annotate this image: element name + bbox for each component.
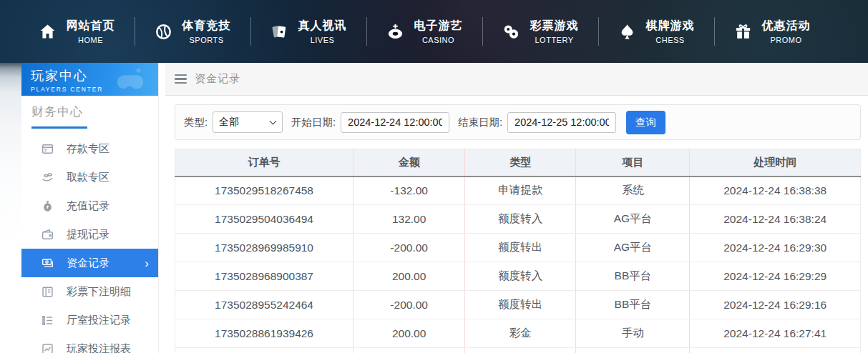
nav-label-zh: 彩票游戏 [530, 19, 579, 34]
spade-icon [618, 22, 637, 41]
chart-report-icon [41, 342, 54, 353]
page-left-gutter [0, 63, 21, 353]
gamepad-icon [105, 64, 155, 96]
table-row: 1735028969985910-200.00额度转出AG平台2024-12-2… [175, 234, 861, 262]
nav-item-sports[interactable]: 体育竞技 SPORTS [135, 19, 250, 44]
content-area: 类型: 全部 开始日期: 结束日期: 查询 订单号金额类型项目处理时间 1735… [165, 96, 868, 353]
nav-item-lottery[interactable]: 彩票游戏 LOTTERY [482, 19, 598, 44]
sports-ball-icon [154, 22, 173, 41]
sidebar-item-deposit-zone[interactable]: 存款专区 › [21, 134, 158, 163]
table-row-partial [175, 348, 861, 353]
sidebar-item-funds-records[interactable]: 资金记录 › [21, 249, 158, 277]
table-header-cell: 订单号 [175, 149, 353, 176]
sidebar-item-label: 玩家投注报表 [67, 342, 131, 353]
filter-bar: 类型: 全部 开始日期: 结束日期: 查询 [175, 104, 861, 140]
table-header-cell: 金额 [353, 149, 465, 176]
table-cell: 额度转出 [465, 234, 576, 262]
sidebar-item-hall-bet-records[interactable]: 厅室投注记录 › [21, 306, 158, 334]
nav-label-en: HOME [78, 36, 103, 44]
chevron-down-icon [270, 118, 277, 125]
table-cell: 2024-12-24 16:38:38 [690, 176, 861, 205]
nav-label-en: SPORTS [189, 36, 223, 44]
type-select[interactable]: 全部 [213, 111, 283, 133]
banknotes-icon [41, 257, 54, 270]
table-body: 1735029518267458-132.00申请提款系统2024-12-24 … [175, 176, 861, 353]
sidebar-item-label: 存款专区 [67, 142, 109, 156]
nav-item-chess[interactable]: 棋牌游戏 CHESS [598, 19, 714, 44]
start-date-input[interactable] [341, 112, 449, 133]
search-button[interactable]: 查询 [626, 111, 665, 134]
table-row: 1735028968900387200.00额度转入BB平台2024-12-24… [175, 262, 861, 291]
sidebar-section: 财务中心 [21, 96, 158, 134]
table-cell: -200.00 [353, 234, 465, 262]
cards-icon [270, 22, 289, 41]
table-row: 1735029518267458-132.00申请提款系统2024-12-24 … [175, 176, 861, 205]
nav-label-zh: 体育竞技 [182, 19, 231, 34]
table-cell: AG平台 [576, 205, 690, 234]
table-cell: 2024-12-24 16:29:30 [690, 234, 861, 262]
table-cell: 1735029504036494 [175, 205, 353, 234]
chevron-right-icon: › [145, 257, 149, 269]
nav-item-lives[interactable]: 真人视讯 LIVES [250, 19, 366, 44]
sidebar: 玩家中心 PLAYERS CENTER 财务中心 存款专区 › 取款专区 › 充… [21, 63, 159, 353]
table-cell: AG平台 [576, 234, 690, 262]
nav-item-home[interactable]: 网站首页 HOME [19, 19, 135, 44]
list-icon [41, 314, 54, 327]
top-nav-items: 网站首页 HOME 体育竞技 SPORTS 真人视讯 LIVES 电子游艺 CA… [19, 0, 830, 63]
sidebar-item-player-bet-report[interactable]: 玩家投注报表 › [21, 334, 158, 353]
table-cell: 彩金 [465, 319, 576, 348]
table-cell: 系统 [576, 176, 690, 205]
sidebar-item-label: 彩票下注明细 [67, 285, 131, 299]
table-cell: 额度转入 [465, 262, 576, 291]
table-cell: 2024-12-24 16:27:41 [690, 319, 861, 348]
table-header-cell: 处理时间 [690, 149, 861, 176]
page-body: 玩家中心 PLAYERS CENTER 财务中心 存款专区 › 取款专区 › 充… [0, 63, 868, 353]
table-cell: 申请提款 [465, 176, 576, 205]
end-date-label: 结束日期: [458, 116, 502, 129]
app-root: 网站首页 HOME 体育竞技 SPORTS 真人视讯 LIVES 电子游艺 CA… [0, 0, 868, 353]
section-underline [31, 126, 87, 129]
table-cell: 1735028968900387 [175, 262, 353, 291]
withdraw-hand-icon [41, 171, 54, 184]
nav-label-en: PROMO [770, 36, 801, 44]
deposit-card-icon [41, 142, 54, 156]
breadcrumb: 资金记录 [165, 63, 868, 96]
sidebar-item-recharge-records[interactable]: 充值记录 › [21, 192, 158, 220]
moneybag-icon [41, 199, 54, 213]
nav-label-zh: 电子游艺 [414, 19, 463, 34]
type-label: 类型: [184, 116, 208, 129]
gift-icon [733, 22, 753, 41]
lottery-balls-icon [502, 22, 521, 41]
home-icon [38, 22, 57, 41]
table-cell: 额度转入 [465, 205, 576, 234]
nav-label-zh: 棋牌游戏 [646, 19, 695, 34]
sidebar-item-lottery-bet-detail[interactable]: 彩票下注明细 › [21, 277, 158, 306]
nav-label-zh: 真人视讯 [298, 19, 347, 34]
sidebar-item-withdraw-zone[interactable]: 取款专区 › [21, 163, 158, 192]
sidebar-header: 玩家中心 PLAYERS CENTER [21, 63, 158, 96]
table-cell: 1735029518267458 [175, 176, 353, 205]
menu-toggle-icon[interactable] [175, 74, 187, 84]
nav-item-casino[interactable]: 电子游艺 CASINO [366, 19, 482, 44]
nav-label-en: LOTTERY [535, 36, 573, 44]
table-cell: 200.00 [353, 319, 465, 348]
sidebar-item-withdrawal-records[interactable]: 提现记录 › [21, 220, 158, 249]
table-row: 1735028955242464-200.00额度转出BB平台2024-12-2… [175, 291, 861, 319]
table-cell [175, 348, 353, 353]
sidebar-item-label: 厅室投注记录 [67, 314, 131, 327]
table-header-cell: 类型 [465, 149, 576, 176]
table-cell: BB平台 [576, 262, 690, 291]
wallet-icon [41, 228, 54, 242]
sidebar-section-title: 财务中心 [31, 105, 83, 119]
page-title: 资金记录 [195, 72, 240, 86]
table-cell: 1735028969985910 [175, 234, 353, 262]
table-cell [576, 348, 690, 353]
table-cell [353, 348, 465, 353]
table-cell: -132.00 [353, 176, 465, 205]
main-area: 资金记录 类型: 全部 开始日期: 结束日期: 查询 [165, 63, 868, 353]
table-cell: 2024-12-24 16:38:24 [690, 205, 861, 234]
sidebar-menu: 存款专区 › 取款专区 › 充值记录 › 提现记录 › 资金记录 › 彩票下注明… [21, 134, 158, 353]
table-cell: 手动 [576, 319, 690, 348]
nav-item-promo[interactable]: 优惠活动 PROMO [714, 19, 830, 44]
end-date-input[interactable] [507, 112, 616, 133]
